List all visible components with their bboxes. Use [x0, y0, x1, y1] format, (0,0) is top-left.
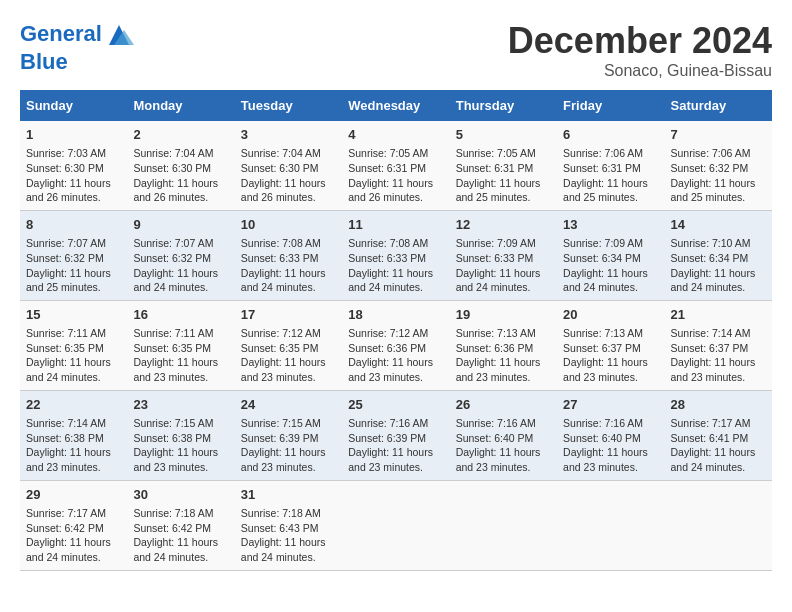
calendar-day-cell: 1Sunrise: 7:03 AMSunset: 6:30 PMDaylight… [20, 121, 127, 210]
sunrise: Sunrise: 7:03 AM [26, 147, 106, 159]
sunrise: Sunrise: 7:11 AM [133, 327, 213, 339]
daylight: Daylight: 11 hours and 23 minutes. [348, 446, 433, 473]
calendar-day-cell: 12Sunrise: 7:09 AMSunset: 6:33 PMDayligh… [450, 210, 557, 300]
calendar-day-cell: 15Sunrise: 7:11 AMSunset: 6:35 PMDayligh… [20, 300, 127, 390]
daylight: Daylight: 11 hours and 24 minutes. [133, 267, 218, 294]
sunrise: Sunrise: 7:11 AM [26, 327, 106, 339]
calendar-day-cell: 24Sunrise: 7:15 AMSunset: 6:39 PMDayligh… [235, 390, 342, 480]
daylight: Daylight: 11 hours and 23 minutes. [671, 356, 756, 383]
sunset: Sunset: 6:42 PM [133, 522, 211, 534]
daylight: Daylight: 11 hours and 24 minutes. [26, 536, 111, 563]
sunset: Sunset: 6:35 PM [26, 342, 104, 354]
sunset: Sunset: 6:40 PM [456, 432, 534, 444]
day-number: 19 [456, 306, 551, 324]
sunset: Sunset: 6:33 PM [456, 252, 534, 264]
daylight: Daylight: 11 hours and 23 minutes. [456, 446, 541, 473]
calendar-day-cell: 29Sunrise: 7:17 AMSunset: 6:42 PMDayligh… [20, 480, 127, 570]
day-number: 10 [241, 216, 336, 234]
day-number: 26 [456, 396, 551, 414]
calendar-table: SundayMondayTuesdayWednesdayThursdayFrid… [20, 90, 772, 571]
logo-blue: Blue [20, 50, 134, 74]
sunrise: Sunrise: 7:10 AM [671, 237, 751, 249]
daylight: Daylight: 11 hours and 23 minutes. [456, 356, 541, 383]
weekday-header: Monday [127, 90, 234, 121]
calendar-day-cell [342, 480, 449, 570]
sunrise: Sunrise: 7:12 AM [348, 327, 428, 339]
calendar-day-cell: 25Sunrise: 7:16 AMSunset: 6:39 PMDayligh… [342, 390, 449, 480]
sunset: Sunset: 6:34 PM [671, 252, 749, 264]
day-number: 2 [133, 126, 228, 144]
calendar-day-cell: 6Sunrise: 7:06 AMSunset: 6:31 PMDaylight… [557, 121, 664, 210]
sunrise: Sunrise: 7:17 AM [26, 507, 106, 519]
sunset: Sunset: 6:30 PM [133, 162, 211, 174]
daylight: Daylight: 11 hours and 23 minutes. [133, 356, 218, 383]
weekday-header: Sunday [20, 90, 127, 121]
calendar-header-row: SundayMondayTuesdayWednesdayThursdayFrid… [20, 90, 772, 121]
sunrise: Sunrise: 7:04 AM [133, 147, 213, 159]
day-number: 23 [133, 396, 228, 414]
calendar-day-cell: 21Sunrise: 7:14 AMSunset: 6:37 PMDayligh… [665, 300, 772, 390]
daylight: Daylight: 11 hours and 26 minutes. [241, 177, 326, 204]
day-number: 6 [563, 126, 658, 144]
sunrise: Sunrise: 7:16 AM [348, 417, 428, 429]
page-header: General Blue December 2024 Sonaco, Guine… [20, 20, 772, 80]
weekday-header: Wednesday [342, 90, 449, 121]
sunrise: Sunrise: 7:15 AM [241, 417, 321, 429]
day-number: 31 [241, 486, 336, 504]
sunset: Sunset: 6:38 PM [133, 432, 211, 444]
sunset: Sunset: 6:30 PM [241, 162, 319, 174]
calendar-day-cell: 20Sunrise: 7:13 AMSunset: 6:37 PMDayligh… [557, 300, 664, 390]
sunrise: Sunrise: 7:06 AM [563, 147, 643, 159]
daylight: Daylight: 11 hours and 24 minutes. [241, 536, 326, 563]
calendar-day-cell: 13Sunrise: 7:09 AMSunset: 6:34 PMDayligh… [557, 210, 664, 300]
sunrise: Sunrise: 7:16 AM [563, 417, 643, 429]
calendar-day-cell: 11Sunrise: 7:08 AMSunset: 6:33 PMDayligh… [342, 210, 449, 300]
weekday-header: Saturday [665, 90, 772, 121]
day-number: 20 [563, 306, 658, 324]
day-number: 27 [563, 396, 658, 414]
calendar-day-cell: 23Sunrise: 7:15 AMSunset: 6:38 PMDayligh… [127, 390, 234, 480]
daylight: Daylight: 11 hours and 24 minutes. [563, 267, 648, 294]
logo-text: General [20, 20, 134, 50]
daylight: Daylight: 11 hours and 25 minutes. [563, 177, 648, 204]
sunrise: Sunrise: 7:12 AM [241, 327, 321, 339]
sunrise: Sunrise: 7:18 AM [133, 507, 213, 519]
sunset: Sunset: 6:32 PM [671, 162, 749, 174]
month-title: December 2024 [508, 20, 772, 62]
sunrise: Sunrise: 7:09 AM [563, 237, 643, 249]
calendar-week-row: 29Sunrise: 7:17 AMSunset: 6:42 PMDayligh… [20, 480, 772, 570]
sunset: Sunset: 6:31 PM [348, 162, 426, 174]
daylight: Daylight: 11 hours and 25 minutes. [671, 177, 756, 204]
calendar-day-cell: 18Sunrise: 7:12 AMSunset: 6:36 PMDayligh… [342, 300, 449, 390]
calendar-day-cell: 7Sunrise: 7:06 AMSunset: 6:32 PMDaylight… [665, 121, 772, 210]
sunrise: Sunrise: 7:17 AM [671, 417, 751, 429]
sunrise: Sunrise: 7:07 AM [26, 237, 106, 249]
day-number: 3 [241, 126, 336, 144]
daylight: Daylight: 11 hours and 23 minutes. [26, 446, 111, 473]
calendar-day-cell: 31Sunrise: 7:18 AMSunset: 6:43 PMDayligh… [235, 480, 342, 570]
sunset: Sunset: 6:34 PM [563, 252, 641, 264]
sunrise: Sunrise: 7:15 AM [133, 417, 213, 429]
calendar-week-row: 8Sunrise: 7:07 AMSunset: 6:32 PMDaylight… [20, 210, 772, 300]
day-number: 15 [26, 306, 121, 324]
weekday-header: Thursday [450, 90, 557, 121]
sunset: Sunset: 6:32 PM [133, 252, 211, 264]
daylight: Daylight: 11 hours and 24 minutes. [133, 536, 218, 563]
sunrise: Sunrise: 7:13 AM [456, 327, 536, 339]
daylight: Daylight: 11 hours and 25 minutes. [456, 177, 541, 204]
daylight: Daylight: 11 hours and 23 minutes. [563, 356, 648, 383]
daylight: Daylight: 11 hours and 24 minutes. [671, 446, 756, 473]
title-section: December 2024 Sonaco, Guinea-Bissau [508, 20, 772, 80]
sunrise: Sunrise: 7:08 AM [241, 237, 321, 249]
day-number: 7 [671, 126, 766, 144]
sunrise: Sunrise: 7:09 AM [456, 237, 536, 249]
day-number: 17 [241, 306, 336, 324]
daylight: Daylight: 11 hours and 23 minutes. [241, 356, 326, 383]
sunset: Sunset: 6:31 PM [456, 162, 534, 174]
sunrise: Sunrise: 7:06 AM [671, 147, 751, 159]
daylight: Daylight: 11 hours and 24 minutes. [456, 267, 541, 294]
sunrise: Sunrise: 7:13 AM [563, 327, 643, 339]
calendar-day-cell [450, 480, 557, 570]
weekday-header: Tuesday [235, 90, 342, 121]
calendar-day-cell [665, 480, 772, 570]
